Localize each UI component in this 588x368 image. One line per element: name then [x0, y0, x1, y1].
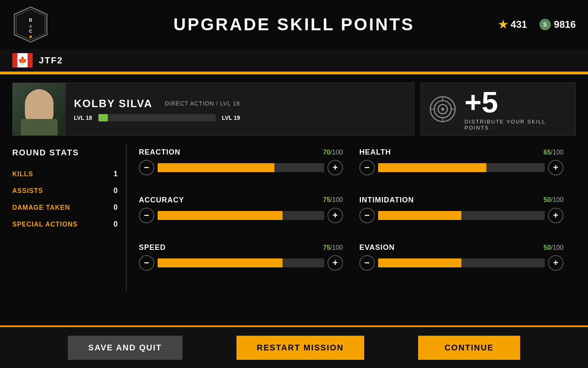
- lvl-current-label: LVL 18: [74, 114, 92, 121]
- svg-point-12: [441, 108, 444, 111]
- character-details: KOLBY SILVA DIRECT ACTION / LVL 18 LVL 1…: [66, 83, 248, 135]
- stat-row: DAMAGE TAKEN 0: [12, 199, 118, 216]
- skill-decrease-button[interactable]: −: [139, 208, 154, 223]
- xp-bar-row: LVL 18 LVL 19: [74, 114, 240, 121]
- stat-value: 1: [114, 170, 118, 178]
- skill-value: 50/100: [543, 244, 564, 251]
- skill-controls: − +: [359, 208, 564, 223]
- stat-label: SPECIAL ACTIONS: [12, 221, 78, 228]
- stat-row: SPECIAL ACTIONS 0: [12, 216, 118, 233]
- skill-header: REACTION 70/100: [139, 148, 343, 157]
- skill-controls: − +: [139, 255, 343, 271]
- skill-bars-grid: REACTION 70/100 − + HEALTH 65/100 −: [127, 144, 576, 291]
- skill-increase-button[interactable]: +: [548, 255, 564, 271]
- stat-value: 0: [114, 203, 118, 212]
- skill-value: 50/100: [543, 196, 564, 204]
- page-title: UPGRADE SKILL POINTS: [174, 15, 414, 34]
- skill-item: SPEED 75/100 − +: [139, 243, 343, 287]
- save-and-quit-button[interactable]: SAVE AND QUIT: [68, 336, 182, 360]
- svg-text:&: &: [29, 24, 32, 28]
- stars-value: 431: [511, 19, 527, 30]
- round-stats: ROUND STATS KILLS 1 ASSISTS 0 DAMAGE TAK…: [12, 144, 127, 291]
- skill-item: ACCURACY 75/100 − +: [139, 196, 343, 240]
- main-content: KOLBY SILVA DIRECT ACTION / LVL 18 LVL 1…: [0, 74, 588, 299]
- skill-bar-fill: [378, 211, 461, 220]
- skill-name: EVASION: [359, 243, 395, 252]
- portrait-uniform: [21, 119, 58, 135]
- flag-bar: 🍁 JTF2: [0, 49, 588, 73]
- restart-mission-button[interactable]: RESTART MISSION: [236, 336, 364, 360]
- character-class: DIRECT ACTION / LVL 18: [165, 100, 240, 107]
- skill-bar-background: [378, 163, 545, 172]
- stat-label: DAMAGE TAKEN: [12, 204, 70, 211]
- stat-row: KILLS 1: [12, 166, 118, 182]
- stats-section: ROUND STATS KILLS 1 ASSISTS 0 DAMAGE TAK…: [12, 144, 576, 291]
- skill-value: 75/100: [323, 244, 343, 251]
- stat-value: 0: [114, 186, 118, 195]
- continue-button[interactable]: CONTINUE: [418, 336, 520, 360]
- skill-increase-button[interactable]: +: [327, 160, 343, 175]
- skill-controls: − +: [359, 160, 564, 175]
- xp-bar-background: [98, 114, 216, 121]
- svg-text:🍁: 🍁: [18, 56, 27, 65]
- skill-header: HEALTH 65/100: [359, 148, 564, 157]
- skill-decrease-button[interactable]: −: [359, 255, 375, 271]
- header-stats: ★ 431 S 9816: [498, 18, 576, 31]
- skill-value: 70/100: [323, 149, 343, 156]
- skill-increase-button[interactable]: +: [548, 208, 564, 223]
- skill-bar-fill: [158, 258, 283, 267]
- xp-bar-fill: [98, 114, 108, 121]
- lvl-next-label: LVL 19: [222, 114, 240, 121]
- character-name: KOLBY SILVA: [74, 97, 152, 110]
- flag: 🍁: [12, 53, 33, 67]
- stat-value: 0: [114, 220, 118, 229]
- skill-name: HEALTH: [359, 148, 391, 157]
- svg-text:B: B: [29, 18, 32, 22]
- skill-decrease-button[interactable]: −: [139, 160, 154, 175]
- skill-header: ACCURACY 75/100: [139, 196, 343, 204]
- skill-name: ACCURACY: [139, 196, 184, 204]
- skill-controls: − +: [139, 208, 343, 223]
- skill-item: INTIMIDATION 50/100 − +: [359, 196, 564, 240]
- skill-header: SPEED 75/100: [139, 243, 343, 252]
- character-portrait: [13, 83, 66, 135]
- skill-increase-button[interactable]: +: [327, 255, 343, 271]
- star-icon: ★: [498, 18, 508, 31]
- skill-decrease-button[interactable]: −: [139, 255, 154, 271]
- round-stats-items: KILLS 1 ASSISTS 0 DAMAGE TAKEN 0 SPECIAL…: [12, 166, 118, 233]
- skill-name: SPEED: [139, 243, 166, 252]
- skill-points-label: DISTRIBUTE YOUR SKILL POINTS: [464, 119, 567, 131]
- character-info-box: KOLBY SILVA DIRECT ACTION / LVL 18 LVL 1…: [12, 83, 414, 136]
- skill-item: REACTION 70/100 − +: [139, 148, 343, 192]
- logo: B & C: [12, 6, 49, 43]
- skill-item: HEALTH 65/100 − +: [359, 148, 564, 192]
- stat-row: ASSISTS 0: [12, 182, 118, 199]
- skill-bar-background: [158, 258, 324, 267]
- stars-stat: ★ 431: [498, 18, 527, 31]
- skill-header: INTIMIDATION 50/100: [359, 196, 564, 204]
- round-stats-title: ROUND STATS: [12, 148, 118, 157]
- target-icon: [429, 95, 456, 123]
- skill-bar-background: [158, 211, 324, 220]
- skill-bar-background: [378, 258, 545, 267]
- coins-value: 9816: [554, 19, 576, 30]
- skill-decrease-button[interactable]: −: [359, 208, 375, 223]
- skill-name: REACTION: [139, 148, 180, 157]
- skill-decrease-button[interactable]: −: [359, 160, 375, 175]
- skill-controls: − +: [139, 160, 343, 175]
- header: B & C UPGRADE SKILL POINTS ★ 431 S 9816: [0, 0, 588, 49]
- skill-points-text: +5 DISTRIBUTE YOUR SKILL POINTS: [464, 88, 567, 131]
- coins-stat: S 9816: [539, 19, 576, 30]
- skill-bar-background: [158, 163, 324, 172]
- skill-points-box: +5 DISTRIBUTE YOUR SKILL POINTS: [421, 83, 576, 136]
- skill-bar-fill: [378, 163, 486, 172]
- svg-point-5: [29, 36, 32, 38]
- stat-label: KILLS: [12, 171, 33, 178]
- bottom-bar: SAVE AND QUIT RESTART MISSION CONTINUE: [0, 327, 588, 368]
- skill-increase-button[interactable]: +: [548, 160, 564, 175]
- character-name-row: KOLBY SILVA DIRECT ACTION / LVL 18: [74, 97, 240, 110]
- skill-header: EVASION 50/100: [359, 243, 564, 252]
- skill-increase-button[interactable]: +: [327, 208, 343, 223]
- svg-text:C: C: [29, 29, 32, 34]
- skill-points-number: +5: [464, 88, 498, 117]
